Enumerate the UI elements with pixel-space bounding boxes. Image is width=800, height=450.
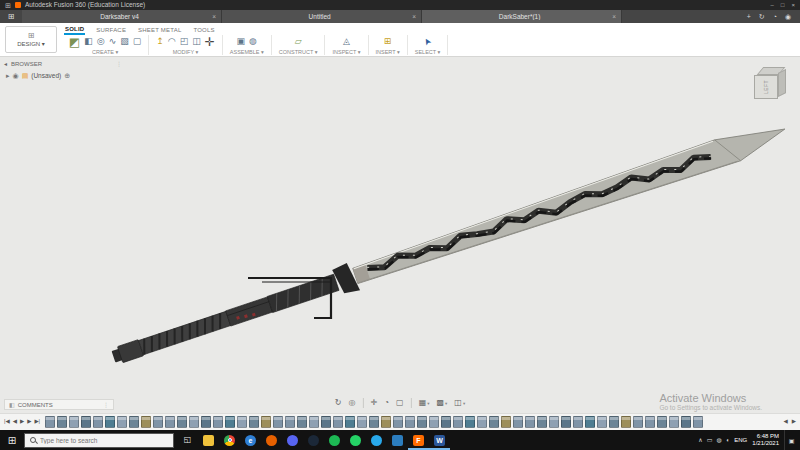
timeline-feature-36[interactable] — [465, 416, 475, 428]
action-center-button[interactable]: ▣ — [784, 430, 798, 450]
spotify-icon[interactable] — [324, 430, 345, 450]
ribbon-tab-tools[interactable]: TOOLS — [192, 25, 215, 34]
fusion-360-icon[interactable]: F — [408, 430, 429, 450]
model-viewport[interactable]: ◂ BROWSER ⋮ ▸ ◉ ▤ (Unsaved) ⊕ LEFT ↻◎✛◔▢… — [0, 57, 800, 413]
language-indicator[interactable]: ENG — [734, 437, 747, 443]
timeline-feature-17[interactable] — [237, 416, 247, 428]
darksaber-model[interactable] — [109, 118, 791, 371]
steam-icon[interactable] — [303, 430, 324, 450]
ribbon-tab-solid[interactable]: SOLID — [64, 24, 85, 35]
volume-icon[interactable]: ◖ — [726, 437, 730, 443]
timeline-feature-34[interactable] — [441, 416, 451, 428]
timeline-feature-53[interactable] — [669, 416, 679, 428]
ribbon-tab-sheet-metal[interactable]: SHEET METAL — [137, 25, 182, 34]
timeline-feature-38[interactable] — [489, 416, 499, 428]
timeline-feature-46[interactable] — [585, 416, 595, 428]
timeline-feature-40[interactable] — [513, 416, 523, 428]
go-to-end-button[interactable]: ▶| — [34, 419, 40, 425]
timeline-scroll-left[interactable]: ◀ — [784, 419, 788, 425]
timeline-feature-22[interactable] — [297, 416, 307, 428]
timeline-feature-5[interactable] — [93, 416, 103, 428]
view-cube-side-face[interactable] — [778, 69, 786, 97]
toolbar-group-label[interactable]: CREATE ▾ — [92, 49, 118, 55]
timeline-feature-9[interactable] — [141, 416, 151, 428]
toolbar-group-label[interactable]: INSPECT ▾ — [332, 49, 360, 55]
press-pull-icon[interactable]: ↥ — [156, 37, 164, 46]
timeline-feature-30[interactable] — [393, 416, 403, 428]
timeline-feature-48[interactable] — [609, 416, 619, 428]
battery-icon[interactable]: ▭ — [707, 437, 713, 443]
combine-icon[interactable]: ◫ — [192, 37, 201, 46]
timeline-feature-1[interactable] — [45, 416, 55, 428]
timeline-feature-55[interactable] — [693, 416, 703, 428]
timeline-feature-49[interactable] — [621, 416, 631, 428]
firefox-icon[interactable] — [261, 430, 282, 450]
box-icon[interactable]: ▧ — [120, 37, 129, 46]
timeline-feature-50[interactable] — [633, 416, 643, 428]
joint-icon[interactable]: ◍ — [249, 37, 257, 46]
discord-icon[interactable] — [282, 430, 303, 450]
chrome-icon[interactable] — [219, 430, 240, 450]
cylinder-icon[interactable]: ▢ — [133, 37, 142, 46]
look-at-icon[interactable]: ◎ — [349, 399, 356, 407]
timeline-feature-29[interactable] — [381, 416, 391, 428]
orbit-icon[interactable]: ↻ — [335, 399, 342, 407]
ribbon-tab-surface[interactable]: SURFACE — [95, 25, 127, 34]
sweep-icon[interactable]: ∿ — [109, 37, 117, 46]
document-tab-3[interactable]: DarkSaber*(1)× — [422, 10, 622, 23]
construction-plane-icon[interactable]: ▱ — [295, 37, 302, 46]
vscode-icon[interactable] — [387, 430, 408, 450]
viewports-icon[interactable]: ◫▾ — [454, 399, 465, 407]
darksaber-canvas[interactable] — [0, 57, 800, 413]
taskbar-search[interactable] — [24, 433, 174, 448]
maximize-button[interactable]: □ — [781, 2, 785, 8]
play-button[interactable]: ▶ — [20, 419, 24, 425]
timeline-feature-43[interactable] — [549, 416, 559, 428]
timeline-feature-20[interactable] — [273, 416, 283, 428]
edge-icon[interactable]: e — [240, 430, 261, 450]
extrude-icon[interactable]: ◧ — [84, 37, 93, 46]
timeline-feature-8[interactable] — [129, 416, 139, 428]
step-forward-button[interactable]: ▶ — [27, 419, 31, 425]
timeline-feature-52[interactable] — [657, 416, 667, 428]
toolbar-group-label[interactable]: CONSTRUCT ▾ — [279, 49, 318, 55]
word-icon[interactable]: W — [429, 430, 450, 450]
timeline-feature-4[interactable] — [81, 416, 91, 428]
timeline-feature-51[interactable] — [645, 416, 655, 428]
timeline-feature-21[interactable] — [285, 416, 295, 428]
view-cube[interactable]: LEFT — [754, 67, 790, 107]
revolve-icon[interactable]: ◎ — [97, 37, 105, 46]
network-icon[interactable]: ◍ — [716, 437, 721, 443]
timeline-feature-6[interactable] — [105, 416, 115, 428]
timeline-feature-7[interactable] — [117, 416, 127, 428]
timeline-feature-54[interactable] — [681, 416, 691, 428]
timeline-feature-3[interactable] — [69, 416, 79, 428]
display-settings-icon[interactable]: ▦▾ — [419, 399, 430, 407]
file-menu-icon[interactable]: ⊞ — [0, 10, 22, 23]
search-input[interactable] — [40, 437, 160, 444]
timeline-feature-37[interactable] — [477, 416, 487, 428]
timeline-feature-11[interactable] — [165, 416, 175, 428]
workspace-selector[interactable]: ⊞ DESIGN ▾ — [5, 26, 57, 53]
browser-root-item[interactable]: ▸ ◉ ▤ (Unsaved) ⊕ — [6, 72, 70, 79]
tab-close-icon[interactable]: × — [612, 13, 616, 20]
timeline-feature-47[interactable] — [597, 416, 607, 428]
timeline-feature-2[interactable] — [57, 416, 67, 428]
expand-caret-icon[interactable]: ▸ — [6, 72, 10, 79]
toolbar-group-label[interactable]: MODIFY ▾ — [173, 49, 199, 55]
timeline-feature-26[interactable] — [345, 416, 355, 428]
telegram-icon[interactable] — [366, 430, 387, 450]
timeline-feature-23[interactable] — [309, 416, 319, 428]
toolbar-group-label[interactable]: SELECT ▾ — [415, 49, 441, 55]
shell-icon[interactable]: ◰ — [180, 37, 189, 46]
select-arrow-icon[interactable]: ➤ — [422, 36, 434, 47]
notifications-icon[interactable]: ◔ — [773, 13, 777, 20]
collapse-arrow-icon[interactable]: ◂ — [4, 60, 7, 67]
toolbar-group-label[interactable]: INSERT ▾ — [376, 49, 400, 55]
minimize-button[interactable]: – — [771, 2, 774, 8]
save-indicator-icon[interactable]: ⊕ — [64, 72, 70, 79]
timeline-scroll-right[interactable]: ▶ — [792, 419, 796, 425]
new-component-icon[interactable]: ▣ — [237, 37, 246, 46]
task-view-icon[interactable]: ◱ — [177, 430, 198, 450]
timeline-feature-13[interactable] — [189, 416, 199, 428]
